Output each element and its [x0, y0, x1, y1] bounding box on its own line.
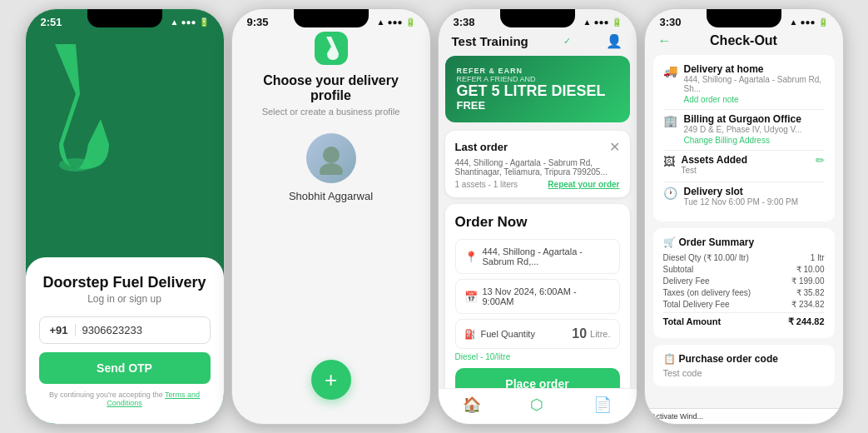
time-4: 3:30: [660, 16, 682, 28]
delivery-fee-label: Delivery Fee: [663, 276, 710, 286]
nav-item-active[interactable]: ⬡: [530, 396, 543, 414]
cart-icon: 🛒: [663, 236, 676, 248]
time-3: 3:38: [454, 16, 475, 28]
assets-value: Test: [682, 166, 809, 175]
repeat-order-button[interactable]: Repeat your order: [548, 180, 619, 189]
profile-title: Choose your delivery profile: [246, 73, 417, 103]
notch-4: [707, 9, 781, 27]
clock-icon: 🕐: [663, 187, 677, 200]
order-summary-section: 🛒 Order Summary Diesel Qty (₹ 10.00/ ltr…: [653, 228, 835, 338]
send-otp-button[interactable]: Send OTP: [39, 352, 211, 384]
close-last-order-button[interactable]: ✕: [609, 139, 620, 155]
last-order-items: 1 assets - 1 liters: [455, 180, 518, 189]
phone-input[interactable]: +91 9306623233: [39, 316, 211, 344]
phone-3: 3:38 ▲ ●●● 🔋 Test Training ✓ 👤 REFER & E…: [438, 8, 637, 425]
svg-point-0: [59, 158, 92, 172]
phone-1: 2:51 ▲ ●●● 🔋 Doorstep Fuel Delivery Log …: [25, 8, 225, 425]
total-delivery-label: Total Delivery Fee: [663, 300, 730, 309]
signal-icon-3: ●●●: [593, 17, 608, 27]
billing-label: Billing at Gurgaon Office: [684, 113, 825, 125]
delivery-address-row[interactable]: 📍 444, Shillong - Agartala - Sabrum Rd,.…: [455, 239, 620, 274]
terms-text: By continuing you're accepting the Terms…: [39, 391, 211, 407]
user-profile-icon[interactable]: 👤: [606, 33, 622, 49]
add-profile-button[interactable]: +: [311, 360, 351, 400]
nav-item-orders[interactable]: 📄: [593, 396, 612, 414]
fuel-label: Fuel Quantity: [481, 329, 535, 339]
activate-windows-bar: Activate Wind...: [645, 408, 843, 424]
add-order-note-link[interactable]: Add order note: [684, 95, 825, 104]
subtotal-label: Subtotal: [663, 265, 694, 274]
banner-main-text: GET 5 LITRE DIESEL: [457, 83, 618, 100]
status-icons-1: ▲ ●●● 🔋: [170, 17, 208, 27]
svg-point-1: [323, 147, 340, 163]
delivery-truck-icon: 🚚: [663, 64, 677, 77]
total-amount-row: Total Amount ₹ 244.82: [663, 316, 825, 327]
battery-icon-2: 🔋: [405, 17, 415, 27]
change-billing-link[interactable]: Change Billing Address: [684, 136, 825, 145]
wifi-icon: ▲: [170, 17, 178, 27]
banner-free-text: FREE: [457, 99, 618, 112]
bottom-nav: 🏠 ⬡ 📄: [439, 388, 637, 424]
app-title: Doorstep Fuel Delivery: [39, 274, 211, 291]
banner-line1: REFER A FRIEND AND: [457, 75, 618, 83]
order-now-title: Order Now: [455, 214, 620, 231]
delivery-fee-row: Delivery Fee ₹ 199.00: [663, 276, 825, 286]
po-icon: 📋: [663, 353, 676, 365]
delivery-section: 🚚 Delivery at home 444, Shillong - Agart…: [653, 55, 835, 221]
signal-icon: ●●●: [181, 17, 196, 27]
delivery-slot-value: Tue 12 Nov 6:00 PM - 9:00 PM: [684, 197, 825, 207]
signal-icon-4: ●●●: [800, 17, 815, 27]
phone-4: 3:30 ▲ ●●● 🔋 ← Check-Out 🚚 Delivery at h…: [644, 8, 844, 425]
assets-icon: 🖼: [663, 155, 675, 168]
edit-assets-button[interactable]: ✏: [816, 154, 825, 167]
last-order-card: Last order ✕ 444, Shillong - Agartala - …: [445, 131, 630, 197]
diesel-price-tag: Diesel - 10/litre: [455, 352, 620, 361]
user-avatar[interactable]: [306, 133, 356, 183]
fuel-icon: ⛽: [464, 329, 476, 340]
phone-number: 9306623233: [82, 324, 142, 336]
nav-item-home[interactable]: 🏠: [463, 396, 481, 414]
small-logo-svg: [321, 35, 341, 62]
back-button[interactable]: ←: [658, 33, 672, 48]
taxes-label: Taxes (on delivery fees): [663, 288, 751, 297]
phone1-bottom-sheet: Doorstep Fuel Delivery Log in or sign up…: [26, 257, 224, 424]
billing-address-value: 249 D & E, Phase IV, Udyog V...: [684, 125, 825, 134]
phone-2: 9:35 ▲ ●●● 🔋 Choose your delivery profil…: [231, 8, 431, 425]
delivery-date-text: 13 Nov 2024, 6:00AM - 9:00AM: [483, 286, 611, 306]
billing-icon: 🏢: [663, 114, 677, 127]
logo-area: [26, 32, 126, 182]
battery-icon: 🔋: [199, 17, 209, 27]
notch-3: [500, 9, 575, 27]
activate-text: Activate Wind...: [652, 412, 704, 421]
total-delivery-val: ₹ 234.82: [791, 300, 824, 309]
login-subtitle: Log in or sign up: [39, 293, 211, 305]
battery-icon-3: 🔋: [612, 17, 622, 27]
total-amount-val: ₹ 244.82: [788, 316, 825, 327]
purchase-order-section: 📋 Purchase order code Test code: [653, 345, 835, 386]
fuel-quantity-row[interactable]: ⛽ Fuel Quantity 10 Litre.: [455, 319, 620, 349]
promo-banner: REFER & EARN REFER A FRIEND AND GET 5 LI…: [445, 56, 630, 122]
diesel-qty-row: Diesel Qty (₹ 10.00/ ltr) 1 ltr: [663, 253, 825, 262]
taxes-row: Taxes (on delivery fees) ₹ 35.82: [663, 288, 825, 297]
taxes-val: ₹ 35.82: [796, 288, 825, 297]
country-code: +91: [50, 324, 76, 336]
total-amount-label: Total Amount: [663, 316, 722, 327]
delivery-at-home-label: Delivery at home: [684, 63, 825, 75]
checkout-title: Check-Out: [710, 33, 777, 48]
training-title: Test Training: [452, 34, 528, 48]
checkout-header: ← Check-Out: [645, 32, 843, 55]
total-delivery-row: Total Delivery Fee ₹ 234.82: [663, 300, 825, 309]
profile-subtitle: Select or create a business profile: [262, 107, 400, 117]
avatar-image: [315, 142, 348, 175]
delivery-date-row[interactable]: 📅 13 Nov 2024, 6:00AM - 9:00AM: [455, 279, 620, 314]
order-summary-title-text: Order Summary: [679, 236, 755, 248]
banner-refer-text: REFER & EARN: [457, 67, 618, 75]
delivery-addr-text: 444, Shillong - Agartala - Sabrum Rd,...: [483, 246, 611, 266]
po-label-text: Purchase order code: [679, 353, 778, 365]
notch-2: [294, 9, 369, 27]
time-2: 9:35: [247, 16, 269, 28]
subtotal-val: ₹ 10.00: [796, 265, 825, 274]
signal-icon-2: ●●●: [387, 17, 402, 27]
verified-icon: ✓: [563, 36, 571, 47]
wifi-icon-3: ▲: [583, 17, 591, 27]
